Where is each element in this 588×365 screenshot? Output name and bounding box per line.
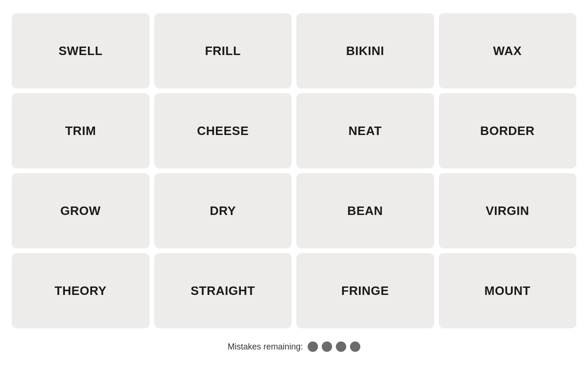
word-card-neat[interactable]: NEAT [296, 93, 434, 168]
word-card-bikini[interactable]: BIKINI [296, 13, 434, 88]
word-card-bean[interactable]: BEAN [296, 173, 434, 248]
word-card-dry[interactable]: DRY [154, 173, 292, 248]
word-card-label: FRILL [205, 44, 241, 58]
word-card-theory[interactable]: THEORY [12, 253, 150, 328]
mistakes-section: Mistakes remaining: [228, 341, 360, 352]
mistakes-label: Mistakes remaining: [228, 342, 303, 352]
word-card-wax[interactable]: WAX [439, 13, 577, 88]
word-card-cheese[interactable]: CHEESE [154, 93, 292, 168]
word-card-label: WAX [493, 44, 522, 58]
word-card-label: STRAIGHT [191, 284, 255, 298]
word-card-label: FRINGE [342, 284, 389, 298]
mistake-dot-4 [350, 341, 360, 352]
word-card-label: TRIM [65, 124, 96, 138]
word-card-label: CHEESE [197, 124, 249, 138]
word-card-label: THEORY [55, 284, 107, 298]
word-card-frill[interactable]: FRILL [154, 13, 292, 88]
word-card-label: BEAN [347, 204, 383, 218]
word-card-swell[interactable]: SWELL [12, 13, 150, 88]
word-card-label: GROW [60, 204, 101, 218]
word-card-trim[interactable]: TRIM [12, 93, 150, 168]
word-card-label: DRY [210, 204, 236, 218]
word-card-label: NEAT [349, 124, 382, 138]
word-card-straight[interactable]: STRAIGHT [154, 253, 292, 328]
mistake-dot-2 [322, 341, 332, 352]
word-card-label: SWELL [58, 44, 103, 58]
word-card-label: BIKINI [346, 44, 384, 58]
word-card-fringe[interactable]: FRINGE [296, 253, 434, 328]
mistakes-dots [308, 341, 360, 352]
word-card-label: VIRGIN [485, 204, 529, 218]
word-card-border[interactable]: BORDER [439, 93, 577, 168]
word-card-virgin[interactable]: VIRGIN [439, 173, 577, 248]
word-card-mount[interactable]: MOUNT [439, 253, 577, 328]
word-grid: SWELLFRILLBIKINIWAXTRIMCHEESENEATBORDERG… [12, 13, 576, 328]
word-card-grow[interactable]: GROW [12, 173, 150, 248]
mistake-dot-1 [308, 341, 318, 352]
word-card-label: BORDER [480, 124, 535, 138]
word-card-label: MOUNT [485, 284, 531, 298]
mistake-dot-3 [336, 341, 346, 352]
